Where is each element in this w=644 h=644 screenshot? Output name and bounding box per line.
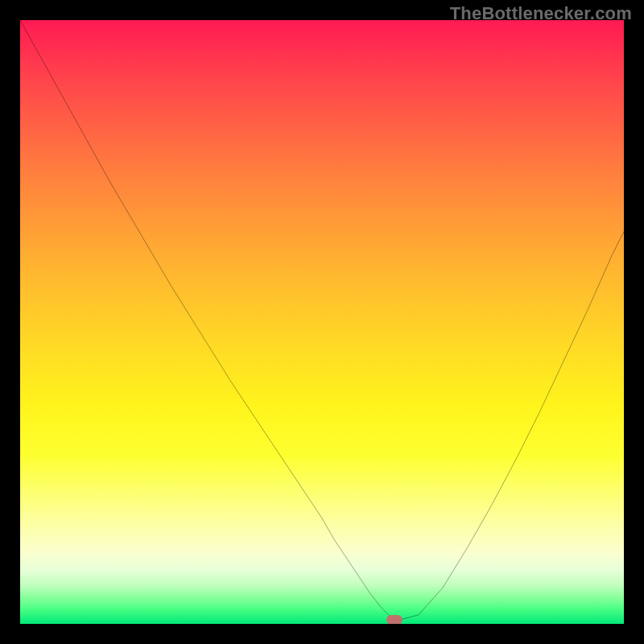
bottleneck-curve	[20, 20, 624, 624]
plot-area	[20, 20, 624, 624]
attribution-text: TheBottlenecker.com	[450, 3, 632, 24]
bottleneck-marker	[386, 615, 402, 624]
chart-frame: TheBottlenecker.com	[0, 0, 644, 644]
